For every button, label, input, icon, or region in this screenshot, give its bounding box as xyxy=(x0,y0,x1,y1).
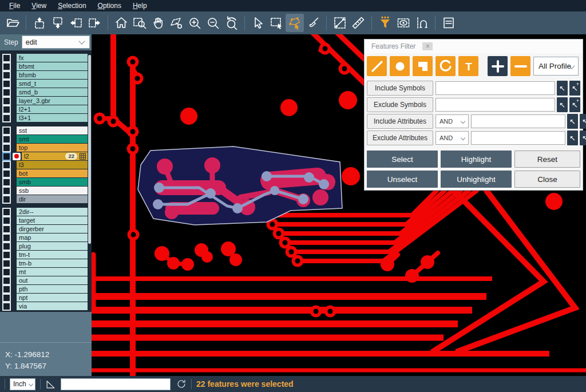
layer-visibility-checkbox[interactable] xyxy=(2,71,11,80)
pick-add-attribute-icon[interactable]: ↖+ xyxy=(580,130,586,145)
layer-name[interactable]: 2dir-- xyxy=(17,208,88,216)
pick-symbol-icon[interactable]: ↖ xyxy=(557,97,568,112)
include-attributes-button[interactable]: Include Attributes xyxy=(367,114,433,129)
zoom-previous-icon[interactable] xyxy=(222,14,240,32)
layer-visibility-checkbox[interactable] xyxy=(2,97,11,105)
exclude-attributes-input[interactable] xyxy=(471,131,565,145)
layer-visibility-checkbox[interactable] xyxy=(2,105,11,114)
include-attributes-operator-select[interactable]: AND xyxy=(435,114,469,128)
layer-name[interactable]: l3 xyxy=(17,161,88,169)
pick-add-attribute-icon[interactable]: ↖+ xyxy=(580,114,586,129)
layer-visibility-checkbox[interactable] xyxy=(2,62,11,71)
layer-visibility-checkbox[interactable] xyxy=(2,178,11,187)
menu-selection[interactable]: Selection xyxy=(52,1,92,11)
layer-visibility-checkbox[interactable] xyxy=(2,251,11,259)
view-options-icon[interactable] xyxy=(394,14,413,32)
pick-attribute-icon[interactable]: ↖ xyxy=(567,114,578,129)
select-button[interactable]: Select xyxy=(367,151,438,168)
units-select[interactable]: Inch xyxy=(10,378,35,390)
layer-name[interactable]: l2+1 xyxy=(17,105,88,113)
layer-visibility-checkbox[interactable] xyxy=(2,114,11,122)
layer-visibility-checkbox[interactable] xyxy=(2,268,11,276)
exclude-symbols-button[interactable]: Exclude Symbols xyxy=(367,97,433,112)
close-button[interactable]: Close xyxy=(514,171,580,188)
layer-visibility-checkbox[interactable] xyxy=(2,161,11,169)
pan-right-icon[interactable] xyxy=(85,14,104,32)
pad-feature-icon[interactable] xyxy=(390,56,410,76)
layer-name[interactable]: smd_b xyxy=(17,88,88,96)
zoom-area-icon[interactable] xyxy=(130,14,149,32)
layer-name[interactable]: ssb xyxy=(17,187,88,195)
layer-visibility-checkbox[interactable] xyxy=(2,54,11,62)
layer-name[interactable]: bot xyxy=(17,169,88,177)
layer-name[interactable]: map xyxy=(17,233,88,241)
layer-visibility-checkbox[interactable] xyxy=(2,225,11,233)
layer-name[interactable]: dirgerber xyxy=(17,225,88,233)
refresh-icon[interactable] xyxy=(176,379,187,389)
layer-visibility-checkbox[interactable] xyxy=(2,233,11,242)
layer-name[interactable]: sst xyxy=(17,126,88,134)
layer-visibility-checkbox[interactable] xyxy=(2,144,11,152)
zoom-dynamic-icon[interactable] xyxy=(167,14,185,32)
layer-visibility-checkbox[interactable] xyxy=(2,259,11,268)
measure-ruler-icon[interactable] xyxy=(349,14,367,32)
layer-visibility-checkbox[interactable] xyxy=(2,195,11,204)
pan-up-icon[interactable] xyxy=(30,14,49,32)
zoom-out-icon[interactable] xyxy=(204,14,222,32)
pan-down-icon[interactable] xyxy=(49,14,67,32)
dialog-title-bar[interactable]: Features Filter × xyxy=(365,39,583,53)
menu-view[interactable]: View xyxy=(26,1,52,11)
layer-visibility-checkbox[interactable] xyxy=(2,152,11,161)
layer-visibility-checkbox[interactable] xyxy=(2,80,11,88)
layer-visibility-checkbox[interactable] xyxy=(2,216,11,225)
unselect-button[interactable]: Unselect xyxy=(367,171,438,188)
layer-name[interactable]: target xyxy=(17,216,88,224)
menu-options[interactable]: Options xyxy=(92,1,127,11)
zoom-home-icon[interactable] xyxy=(112,14,130,32)
layer-name[interactable]: plug xyxy=(17,242,88,250)
layer-visibility-checkbox[interactable] xyxy=(2,276,11,285)
open-folder-icon[interactable] xyxy=(3,14,22,32)
select-polygon-icon[interactable] xyxy=(286,14,304,32)
layer-name[interactable]: npt xyxy=(17,294,88,302)
layer-name[interactable]: fx xyxy=(17,54,88,62)
pick-add-symbol-icon[interactable]: ↖+ xyxy=(569,97,580,112)
measure-distance-icon[interactable] xyxy=(331,14,349,32)
features-filter-icon[interactable] xyxy=(376,14,394,32)
layer-visibility-checkbox[interactable] xyxy=(2,208,11,216)
layers-dialog-icon[interactable] xyxy=(440,14,458,32)
layer-visibility-checkbox[interactable] xyxy=(2,135,11,144)
layer-name[interactable]: top xyxy=(17,144,88,152)
grid-icon[interactable] xyxy=(80,153,86,160)
add-filter-icon[interactable] xyxy=(488,56,508,76)
close-icon[interactable]: × xyxy=(422,42,433,50)
remove-filter-icon[interactable] xyxy=(510,56,530,76)
step-select[interactable]: edit xyxy=(22,35,90,49)
menu-file[interactable]: File xyxy=(3,1,26,11)
exclude-symbols-input[interactable] xyxy=(435,98,555,112)
include-attributes-input[interactable] xyxy=(471,114,565,128)
layer-visibility-checkbox[interactable] xyxy=(2,169,11,178)
select-brush-icon[interactable] xyxy=(304,14,322,32)
layer-visibility-checkbox[interactable] xyxy=(2,187,11,195)
layer-name[interactable]: layer_3.gbr xyxy=(17,97,88,105)
pan-hand-icon[interactable] xyxy=(149,14,167,32)
surface-feature-icon[interactable] xyxy=(413,56,433,76)
layer-name[interactable]: out xyxy=(17,276,88,284)
exclude-attributes-button[interactable]: Exclude Attributes xyxy=(367,130,433,145)
pcb-canvas[interactable]: Features Filter × T xyxy=(92,34,586,376)
layer-name[interactable]: dir xyxy=(17,195,88,203)
pick-add-symbol-icon[interactable]: ↖+ xyxy=(569,81,580,96)
include-symbols-input[interactable] xyxy=(435,81,555,95)
layer-name[interactable]: bfsmb xyxy=(17,71,88,79)
layer-name[interactable]: smt xyxy=(17,135,88,143)
profile-select[interactable]: All Profile xyxy=(533,57,579,76)
reset-button[interactable]: Reset xyxy=(514,151,580,168)
zoom-in-icon[interactable] xyxy=(185,14,204,32)
layer-visibility-checkbox[interactable] xyxy=(2,302,11,311)
layer-visibility-checkbox[interactable] xyxy=(2,126,11,135)
highlight-button[interactable]: Highlight xyxy=(441,151,512,168)
layer-name[interactable]: mt xyxy=(17,268,88,276)
layer-visibility-checkbox[interactable] xyxy=(2,294,11,302)
select-cursor-icon[interactable] xyxy=(249,14,267,32)
